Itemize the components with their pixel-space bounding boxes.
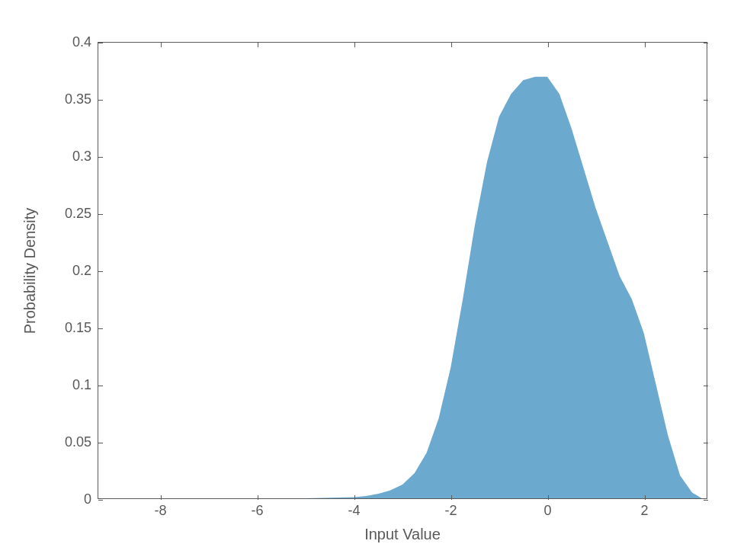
y-tick-mark: [704, 500, 708, 501]
x-tick-label: -6: [252, 503, 264, 519]
y-tick-mark: [704, 100, 708, 101]
y-tick-mark: [704, 43, 708, 43]
y-axis-label: Probability Density: [23, 42, 38, 499]
y-tick-mark: [98, 271, 103, 272]
x-tick-mark: [258, 43, 258, 47]
x-tick-mark: [354, 495, 355, 500]
y-tick-label: 0.35: [65, 91, 91, 107]
density-area: [98, 43, 707, 498]
x-tick-mark: [354, 43, 355, 47]
y-tick-label: 0.1: [72, 377, 91, 393]
y-tick-label: 0: [84, 491, 91, 507]
x-tick-mark: [451, 43, 452, 47]
y-tick-label: 0.2: [72, 263, 91, 279]
x-tick-label: -4: [348, 503, 360, 519]
y-tick-mark: [704, 328, 708, 329]
y-tick-label: 0.25: [65, 206, 91, 222]
x-tick-mark: [548, 495, 549, 500]
y-tick-mark: [98, 328, 103, 329]
y-tick-mark: [98, 500, 103, 501]
y-axis-label-text: Probability Density: [22, 207, 40, 334]
x-tick-mark: [645, 495, 646, 500]
y-tick-mark: [704, 386, 708, 386]
y-tick-mark: [704, 157, 708, 158]
chart-container: -8-6-4-202 00.050.10.150.20.250.30.350.4…: [0, 0, 747, 560]
y-tick-mark: [98, 100, 103, 101]
x-tick-mark: [258, 495, 258, 500]
y-tick-mark: [98, 157, 103, 158]
x-axis-label: Input Value: [98, 526, 707, 543]
x-tick-label: 2: [640, 503, 648, 519]
x-tick-mark: [451, 495, 452, 500]
y-tick-label: 0.15: [65, 320, 91, 336]
y-tick-mark: [98, 443, 103, 443]
y-tick-mark: [704, 214, 708, 215]
y-tick-mark: [98, 214, 103, 215]
y-tick-label: 0.4: [72, 34, 91, 50]
y-tick-label: 0.3: [72, 149, 91, 165]
y-tick-mark: [704, 443, 708, 443]
plot-area: [98, 42, 707, 499]
y-tick-label: 0.05: [65, 434, 91, 450]
x-tick-mark: [161, 495, 162, 500]
y-tick-mark: [98, 43, 103, 43]
x-tick-mark: [645, 43, 646, 47]
x-tick-label: 0: [543, 503, 551, 519]
x-tick-mark: [548, 43, 549, 47]
x-tick-label: -8: [155, 503, 167, 519]
y-tick-mark: [98, 386, 103, 386]
x-axis-label-text: Input Value: [364, 526, 441, 542]
x-tick-mark: [161, 43, 162, 47]
x-tick-label: -2: [444, 503, 457, 519]
y-tick-mark: [704, 271, 708, 272]
